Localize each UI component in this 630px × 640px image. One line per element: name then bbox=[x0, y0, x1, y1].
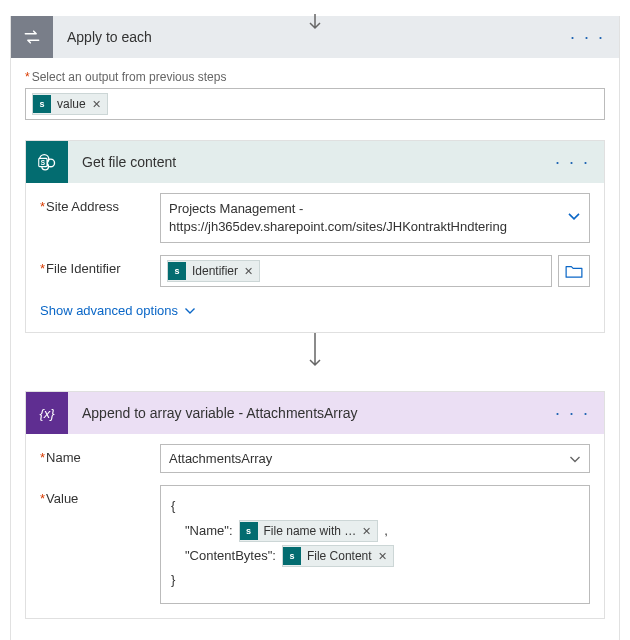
get-file-content-card: S Get file content · · · Site Address Pr… bbox=[25, 140, 605, 333]
select-output-input[interactable]: s value ✕ bbox=[25, 88, 605, 120]
connector-arrow-icon bbox=[25, 333, 605, 371]
get-file-content-menu[interactable]: · · · bbox=[551, 149, 594, 175]
sharepoint-badge-icon: s bbox=[168, 262, 186, 280]
incoming-arrow-icon bbox=[308, 14, 322, 32]
append-array-title: Append to array variable - AttachmentsAr… bbox=[68, 405, 551, 421]
file-content-token[interactable]: s File Content ✕ bbox=[282, 545, 394, 567]
site-address-dropdown[interactable]: Projects Management - https://jh365dev.s… bbox=[160, 193, 590, 243]
chevron-down-icon bbox=[567, 209, 581, 227]
get-file-content-header[interactable]: S Get file content · · · bbox=[26, 141, 604, 183]
remove-token-icon[interactable]: ✕ bbox=[362, 521, 371, 542]
get-file-content-title: Get file content bbox=[68, 154, 551, 170]
variable-icon: {x} bbox=[26, 392, 68, 434]
sharepoint-badge-icon: s bbox=[240, 522, 258, 540]
append-value-label: Value bbox=[40, 485, 160, 506]
remove-token-icon[interactable]: ✕ bbox=[244, 265, 253, 278]
append-name-label: Name bbox=[40, 444, 160, 465]
value-token[interactable]: s value ✕ bbox=[32, 93, 108, 115]
apply-to-each-menu[interactable]: · · · bbox=[566, 24, 609, 50]
sharepoint-badge-icon: s bbox=[283, 547, 301, 565]
browse-folder-button[interactable] bbox=[558, 255, 590, 287]
append-array-card: {x} Append to array variable - Attachmen… bbox=[25, 391, 605, 619]
append-value-input[interactable]: { "Name": s File name with … ✕ , bbox=[160, 485, 590, 604]
chevron-down-icon bbox=[184, 305, 196, 317]
show-advanced-options-link[interactable]: Show advanced options bbox=[40, 303, 196, 318]
append-array-header[interactable]: {x} Append to array variable - Attachmen… bbox=[26, 392, 604, 434]
file-name-token[interactable]: s File name with … ✕ bbox=[239, 520, 379, 542]
file-identifier-label: File Identifier bbox=[40, 255, 160, 276]
remove-token-icon[interactable]: ✕ bbox=[378, 546, 387, 567]
chevron-down-icon bbox=[569, 451, 581, 466]
loop-icon bbox=[11, 16, 53, 58]
site-address-label: Site Address bbox=[40, 193, 160, 214]
remove-token-icon[interactable]: ✕ bbox=[92, 98, 101, 111]
append-array-menu[interactable]: · · · bbox=[551, 400, 594, 426]
append-name-select[interactable]: AttachmentsArray bbox=[160, 444, 590, 473]
file-identifier-input[interactable]: s Identifier ✕ bbox=[160, 255, 552, 287]
svg-text:S: S bbox=[41, 159, 46, 166]
sharepoint-icon: S bbox=[26, 141, 68, 183]
sharepoint-badge-icon: s bbox=[33, 95, 51, 113]
identifier-token[interactable]: s Identifier ✕ bbox=[167, 260, 260, 282]
select-output-label: Select an output from previous steps bbox=[25, 70, 605, 84]
